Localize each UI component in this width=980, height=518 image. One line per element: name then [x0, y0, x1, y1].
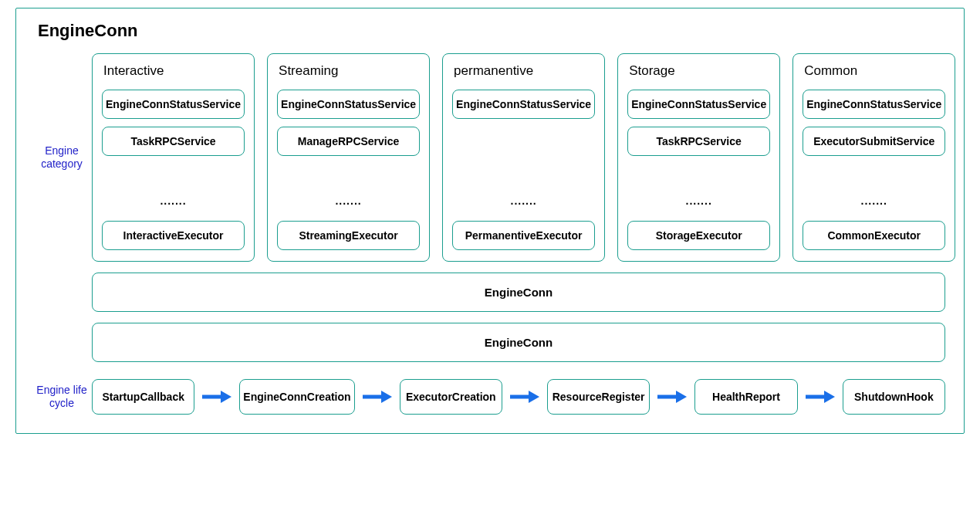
ellipsis: ······· — [803, 198, 945, 210]
categories-group: InteractiveEngineConnStatusServiceTaskRP… — [92, 53, 955, 262]
category-title: Storage — [629, 63, 770, 79]
lifecycle-step: HealthReport — [694, 379, 797, 415]
wide-box-row: EngineConn — [35, 323, 945, 362]
category-title: Common — [804, 63, 945, 79]
ellipsis: ······· — [277, 198, 420, 210]
executor-box: InteractiveExecutor — [102, 221, 245, 250]
wide-box-row: EngineConn — [35, 273, 945, 312]
service-box: EngineConnStatusService — [277, 90, 420, 119]
svg-marker-5 — [529, 391, 539, 403]
service-box: EngineConnStatusService — [627, 90, 770, 119]
executor-box: CommonExecutor — [803, 221, 945, 250]
engineconn-wide-box: EngineConn — [92, 273, 945, 312]
category-box: StreamingEngineConnStatusServiceManageRP… — [267, 53, 430, 262]
lifecycle-row: Engine life cycle StartupCallbackEngineC… — [35, 379, 945, 415]
ellipsis: ······· — [102, 198, 245, 210]
svg-marker-9 — [824, 391, 835, 403]
service-box: TaskRPCService — [102, 127, 245, 156]
arrow-right-icon — [510, 391, 539, 403]
executor-box: StreamingExecutor — [277, 221, 420, 250]
category-box: permanentiveEngineConnStatusService·····… — [442, 53, 605, 262]
lifecycle-step: ExecutorCreation — [400, 379, 502, 415]
service-box: EngineConnStatusService — [452, 90, 595, 119]
service-box: TaskRPCService — [627, 127, 770, 156]
engine-life-cycle-label: Engine life cycle — [35, 384, 89, 410]
service-box: ManageRPCService — [277, 127, 420, 156]
executor-box: StorageExecutor — [627, 221, 770, 250]
category-title: permanentive — [454, 63, 595, 79]
lifecycle-group: StartupCallbackEngineConnCreationExecuto… — [92, 379, 945, 415]
arrow-right-icon — [363, 391, 392, 403]
lifecycle-step: EngineConnCreation — [239, 379, 354, 415]
lifecycle-step: ResourceRegister — [547, 379, 650, 415]
service-box: EngineConnStatusService — [102, 90, 245, 119]
engine-category-label: Engine category — [35, 144, 89, 171]
wide-boxes-group: EngineConnEngineConn — [35, 273, 945, 362]
category-row: Engine category InteractiveEngineConnSta… — [35, 53, 945, 262]
svg-marker-1 — [221, 391, 231, 403]
arrow-right-icon — [657, 391, 687, 403]
category-title: Streaming — [279, 63, 420, 79]
service-box: EngineConnStatusService — [803, 90, 945, 119]
executor-box: PermanentiveExecutor — [452, 221, 595, 250]
category-box: CommonEngineConnStatusServiceExecutorSub… — [792, 53, 955, 262]
category-title: Interactive — [103, 63, 245, 79]
category-box: StorageEngineConnStatusServiceTaskRPCSer… — [617, 53, 780, 262]
engineconn-container: EngineConn Engine category InteractiveEn… — [15, 8, 965, 434]
svg-marker-3 — [381, 391, 392, 403]
lifecycle-step: StartupCallback — [92, 379, 194, 415]
category-box: InteractiveEngineConnStatusServiceTaskRP… — [92, 53, 255, 262]
svg-marker-7 — [676, 391, 687, 403]
arrow-right-icon — [202, 391, 231, 403]
container-title: EngineConn — [38, 21, 945, 41]
service-box: ExecutorSubmitService — [803, 127, 945, 156]
ellipsis: ······· — [627, 198, 770, 210]
engine-life-cycle-label-text: Engine life cycle — [36, 384, 86, 409]
engineconn-wide-box: EngineConn — [92, 323, 945, 362]
lifecycle-step: ShutdownHook — [843, 379, 945, 415]
arrow-right-icon — [806, 391, 835, 403]
ellipsis: ······· — [452, 198, 595, 210]
engine-category-label-text: Engine category — [41, 144, 83, 170]
